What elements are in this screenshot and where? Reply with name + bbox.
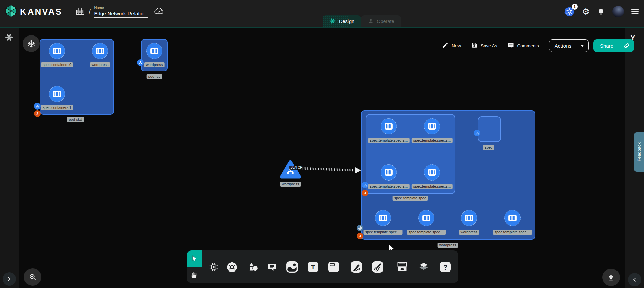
container-node[interactable] (424, 164, 440, 181)
container-node[interactable] (49, 86, 65, 102)
note-icon[interactable] (326, 259, 341, 275)
kanvas-logo[interactable]: KANVAS (5, 4, 62, 19)
design-name-block: Name (94, 6, 148, 18)
feedback-tab[interactable]: Feedback (634, 132, 644, 172)
swirl-badge-icon[interactable] (357, 225, 363, 231)
pencil-icon (442, 42, 449, 50)
component-icon[interactable] (206, 259, 221, 275)
svg-text:T: T (311, 264, 315, 271)
help-icon[interactable]: ? (438, 259, 453, 275)
tab-operate-label: Operate (377, 19, 394, 24)
actions-dropdown-button[interactable]: Actions (549, 39, 589, 52)
count-badge: 3 (357, 233, 363, 239)
node-label: spec.containers.1 (41, 105, 73, 110)
design-spiral-icon (329, 18, 336, 25)
avatar[interactable] (612, 6, 624, 17)
node-label: spec.template.spec.... (493, 230, 532, 235)
bottom-toolbar: T (187, 250, 458, 283)
left-rail (0, 28, 19, 288)
mode-tabs: Design Operate (323, 15, 401, 27)
container-node[interactable] (381, 118, 397, 134)
tab-design[interactable]: Design (323, 15, 361, 27)
expand-left-panel-button[interactable] (3, 272, 16, 286)
group-label: spec.template.spec (393, 196, 428, 201)
app-root: KANVAS / Name (0, 0, 644, 288)
node-label: spec.template.spec.... (407, 230, 446, 235)
comment-icon[interactable] (264, 259, 280, 275)
group-label: spec (483, 145, 494, 150)
design-name-input[interactable] (94, 10, 148, 18)
layers-icon[interactable] (416, 259, 431, 275)
share-handle-icon[interactable] (34, 103, 41, 110)
organization-icon[interactable] (75, 6, 85, 17)
cloud-saved-icon (154, 7, 164, 16)
group-label: pod-rcc (147, 74, 162, 79)
pen-nib-button[interactable] (602, 269, 620, 286)
group-label: wordpress (438, 243, 458, 248)
container-node[interactable] (381, 164, 397, 181)
container-node[interactable] (146, 43, 162, 59)
node-label: wordpress (459, 230, 479, 235)
header: KANVAS / Name (0, 0, 644, 28)
canvas-action-bar: New Save As (442, 39, 634, 52)
menu-hamburger-icon[interactable] (631, 9, 639, 14)
container-node[interactable] (461, 210, 477, 226)
count-badge: 2 (34, 110, 41, 117)
kanvas-gem-icon (5, 4, 17, 19)
drawer-icon[interactable] (394, 259, 410, 275)
node-label: spec.template.spec.s... (368, 138, 410, 143)
node-label: spec.template.spec.... (364, 230, 403, 235)
pan-tool[interactable] (187, 267, 202, 283)
container-node[interactable] (418, 210, 434, 226)
text-icon[interactable]: T (305, 259, 321, 275)
count-badge: 3 (362, 190, 368, 196)
share-handle-icon[interactable] (474, 130, 480, 136)
save-as-button[interactable]: Save As (471, 42, 497, 50)
floppy-disk-icon (471, 42, 478, 50)
group-label: pod-skd (67, 117, 84, 122)
chevron-down-icon[interactable] (581, 45, 584, 47)
scribble-icon[interactable] (370, 259, 385, 275)
edge (298, 163, 365, 177)
breadcrumb-slash: / (89, 7, 91, 16)
pen-tool-icon[interactable] (348, 259, 364, 275)
share-handle-icon[interactable] (137, 59, 144, 66)
kubernetes-icon[interactable] (224, 259, 240, 275)
share-button[interactable]: Share (593, 39, 634, 52)
container-node[interactable] (504, 210, 521, 226)
new-button[interactable]: New (442, 42, 461, 50)
tab-operate[interactable]: Operate (361, 15, 401, 27)
image-icon[interactable] (284, 259, 300, 275)
zoom-button[interactable] (24, 268, 41, 286)
copy-link-icon[interactable] (619, 42, 634, 49)
node-label: wordpress (144, 62, 165, 67)
settings-gear-icon[interactable]: ⚙ (582, 7, 590, 16)
container-node[interactable] (92, 43, 108, 59)
node-label: wordpress (90, 62, 110, 67)
tab-design-label: Design (339, 19, 354, 24)
node-label: spec.template.spec.s... (368, 184, 410, 189)
container-node[interactable] (49, 43, 65, 59)
canvas-group-spec[interactable] (478, 116, 501, 142)
operate-person-icon (368, 18, 374, 25)
select-tool[interactable] (187, 250, 202, 267)
snowflake-button[interactable] (23, 35, 40, 52)
edge-label: 80/TCP (289, 166, 304, 170)
notifications-bell-icon[interactable] (597, 7, 605, 16)
history-spiral-icon[interactable] (5, 33, 13, 42)
header-icons: 1 ⚙ (564, 0, 639, 23)
name-field-label: Name (94, 6, 148, 10)
svg-text:?: ? (443, 264, 447, 271)
actions-divider (576, 40, 576, 52)
shapes-icon[interactable] (245, 259, 261, 275)
share-handle-icon[interactable] (362, 182, 368, 188)
canvas-group-spec-template-spec[interactable] (366, 114, 455, 194)
comment-bubble-icon (507, 42, 514, 50)
service-node[interactable] (280, 160, 301, 181)
collapse-right-panel-button[interactable] (628, 273, 641, 286)
comments-button[interactable]: Comments (507, 42, 539, 50)
container-node[interactable] (424, 118, 440, 134)
node-label: spec.template.spec.s... (412, 184, 453, 189)
container-node[interactable] (375, 210, 391, 226)
kubernetes-context-icon[interactable]: 1 (564, 6, 575, 17)
